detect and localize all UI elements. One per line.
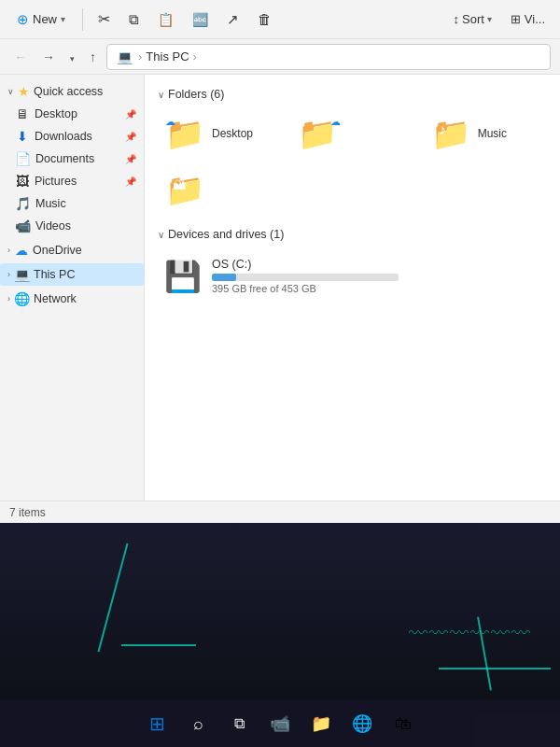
sidebar-item-downloads[interactable]: ⬇ Downloads 📌 [0, 125, 144, 148]
drive-c-space: 395 GB free of 453 GB [212, 283, 541, 294]
store-button[interactable]: 🛍 [386, 707, 420, 740]
deco-line-4 [439, 668, 551, 669]
drive-item-c[interactable]: 💾 OS (C:) 395 GB free of 453 GB [158, 250, 547, 302]
share-icon: ↗ [227, 11, 239, 28]
deco-line-1 [98, 543, 129, 652]
file-area: ∨ Folders (6) ☁ 📁 Desktop ☁ 📁 [145, 75, 560, 500]
edge-button[interactable]: 🌐 [345, 707, 379, 740]
copy-button[interactable]: ⧉ [121, 7, 147, 32]
path-this-pc: This PC [146, 49, 189, 63]
laptop-body: 〰〰〰〰〰〰 [0, 523, 560, 700]
folder-item-desktop[interactable]: ☁ 📁 Desktop [158, 110, 281, 157]
sidebar-item-this-pc[interactable]: › 💻 This PC [0, 263, 144, 286]
folder-item-extra1[interactable]: ☁ 📁 [290, 110, 413, 157]
desktop-label: Desktop [35, 107, 77, 120]
videos-folder-icon: 📹 [15, 218, 31, 233]
main-content: ∨ ★ Quick access 🖥 Desktop 📌 ⬇ Downloads… [0, 75, 560, 500]
drive-c-info: OS (C:) 395 GB free of 453 GB [212, 258, 541, 294]
music-folder-icon: 🎵 [15, 196, 31, 211]
file-explorer-button[interactable]: 📁 [304, 707, 338, 740]
music-label: Music [35, 197, 66, 210]
sidebar-item-desktop[interactable]: 🖥 Desktop 📌 [0, 103, 144, 125]
documents-label: Documents [35, 152, 94, 165]
view-icon: ⊞ [511, 12, 521, 26]
folder-item-pictures[interactable]: 📁 🏔 [158, 166, 281, 213]
network-label: Network [34, 292, 77, 305]
toolbar-separator-1 [82, 8, 83, 31]
folders-section-label: Folders (6) [168, 88, 224, 101]
taskbar-search-icon: ⌕ [193, 714, 203, 734]
taskbar-search-button[interactable]: ⌕ [181, 707, 215, 740]
devices-section: ∨ Devices and drives (1) 💾 OS (C:) 395 G… [158, 228, 547, 302]
devices-chevron-icon: ∨ [158, 230, 164, 240]
cut-button[interactable]: ✂ [91, 7, 118, 32]
status-bar: 7 items [0, 500, 560, 523]
sort-button[interactable]: ↕ Sort ▾ [445, 8, 498, 30]
quick-access-star-icon: ★ [18, 84, 30, 99]
this-pc-section: › 💻 This PC [0, 263, 144, 286]
pictures-pin-icon: 📌 [125, 176, 136, 187]
documents-folder-icon: 📄 [15, 151, 31, 166]
sidebar-item-videos[interactable]: 📹 Videos [0, 215, 144, 237]
task-view-button[interactable]: ⧉ [222, 707, 256, 740]
picture-icon: 🏔 [173, 177, 186, 192]
pictures-label: Pictures [35, 175, 77, 188]
devices-section-label: Devices and drives (1) [168, 228, 284, 241]
sidebar: ∨ ★ Quick access 🖥 Desktop 📌 ⬇ Downloads… [0, 75, 145, 500]
quick-access-label: Quick access [34, 85, 103, 98]
sidebar-item-network[interactable]: › 🌐 Network [0, 288, 144, 310]
sort-label: Sort [462, 12, 484, 26]
network-icon: 🌐 [14, 291, 30, 306]
rename-button[interactable]: 🔤 [185, 8, 216, 31]
delete-button[interactable]: 🗑 [250, 7, 279, 31]
sidebar-item-documents[interactable]: 📄 Documents 📌 [0, 148, 144, 170]
address-bar: ← → ▾ ↑ 💻 › This PC › [0, 39, 560, 75]
up-arrow-icon: ↑ [90, 49, 96, 64]
view-button[interactable]: ⊞ Vi... [503, 8, 553, 30]
sidebar-item-music[interactable]: 🎵 Music [0, 192, 144, 215]
drive-c-name: OS (C:) [212, 258, 541, 271]
edge-icon: 🌐 [352, 713, 372, 734]
dropdown-history-button[interactable]: ▾ [65, 47, 79, 67]
up-button[interactable]: ↑ [85, 47, 101, 67]
onedrive-cloud-icon: ☁ [14, 243, 29, 258]
quick-access-header[interactable]: ∨ ★ Quick access [0, 80, 144, 103]
new-button[interactable]: ⊕ New ▾ [7, 7, 75, 32]
start-button[interactable]: ⊞ [140, 707, 174, 740]
sort-chevron-icon: ▾ [487, 14, 492, 24]
cloud-sync-icon-desktop: ☁ [165, 116, 175, 128]
downloads-label: Downloads [35, 130, 92, 143]
back-button[interactable]: ← [9, 47, 32, 67]
explorer-window: ⊕ New ▾ ✂ ⧉ 📋 🔤 ↗ 🗑 [0, 0, 560, 523]
new-chevron-icon: ▾ [61, 14, 65, 24]
teams-button[interactable]: 📹 [263, 707, 297, 740]
desktop-folder-icon: 🖥 [15, 106, 30, 121]
deco-line-2 [121, 644, 196, 646]
path-chevron-1: › [138, 49, 142, 63]
music-note-icon: ♪ [439, 121, 446, 138]
videos-label: Videos [35, 219, 71, 233]
teams-icon: 📹 [270, 713, 290, 734]
folders-chevron-icon: ∨ [158, 90, 164, 100]
music-folder-main-icon: 📁 [431, 115, 470, 152]
drive-bar-fill [212, 274, 236, 281]
share-button[interactable]: ↗ [219, 7, 246, 32]
pictures-folder-icon: 🖼 [15, 174, 30, 189]
scissors-icon: ✂ [98, 10, 110, 28]
sidebar-item-pictures[interactable]: 🖼 Pictures 📌 [0, 170, 144, 192]
forward-button[interactable]: → [37, 47, 60, 67]
sidebar-item-onedrive[interactable]: › ☁ OneDrive [0, 239, 144, 261]
desktop-pin-icon: 📌 [125, 109, 136, 120]
trash-icon: 🗑 [258, 11, 272, 27]
network-expand-icon: › [7, 294, 10, 303]
folder-item-music[interactable]: 📁 ♪ Music [424, 110, 547, 157]
this-pc-expand-icon: › [7, 270, 10, 279]
folders-section-header[interactable]: ∨ Folders (6) [158, 88, 547, 101]
drive-bar-background [212, 274, 399, 281]
address-path-bar[interactable]: 💻 › This PC › [106, 44, 551, 70]
paste-button[interactable]: 📋 [150, 8, 181, 31]
path-chevron-2: › [193, 49, 197, 63]
devices-section-header[interactable]: ∨ Devices and drives (1) [158, 228, 547, 241]
paste-icon: 📋 [158, 12, 174, 27]
cloud-sync-icon-extra: ☁ [330, 116, 341, 128]
